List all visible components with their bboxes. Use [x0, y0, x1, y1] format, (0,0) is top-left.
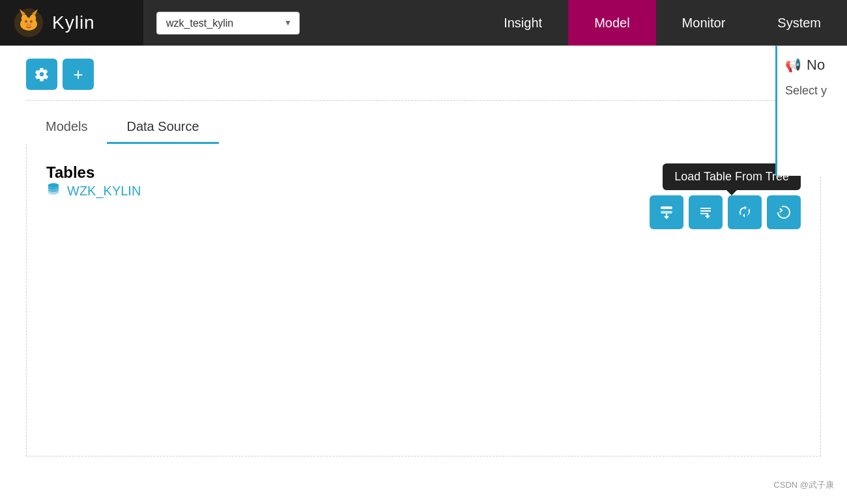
svg-point-4: [25, 20, 27, 23]
kylin-logo: [13, 7, 44, 38]
svg-rect-13: [661, 211, 672, 214]
svg-point-5: [30, 20, 33, 23]
project-select[interactable]: wzk_test_kylin: [156, 12, 300, 35]
sync-button[interactable]: [728, 195, 762, 229]
load-db-button[interactable]: [650, 195, 683, 229]
action-btn-row: [650, 195, 801, 229]
nav-link-system[interactable]: System: [751, 0, 847, 46]
brand-name: Kylin: [52, 12, 95, 33]
section-divider: [26, 100, 821, 101]
nav-link-insight[interactable]: Insight: [478, 0, 568, 46]
content-area: Tables WZK_KYLIN Load Table From Tree: [26, 144, 821, 456]
reload-button[interactable]: [767, 195, 801, 229]
download-file-icon: [698, 204, 713, 220]
reload-icon: [776, 204, 792, 220]
megaphone-icon: 📢: [785, 57, 801, 73]
svg-rect-12: [661, 206, 672, 209]
nav-link-monitor[interactable]: Monitor: [656, 0, 752, 46]
right-panel-header: 📢 No: [785, 57, 839, 74]
sync-icon: [737, 204, 753, 220]
plus-icon: +: [73, 64, 83, 85]
right-panel: 📢 No Select y: [775, 46, 847, 176]
toolbar: +: [26, 59, 821, 90]
brand: Kylin: [0, 0, 143, 46]
svg-point-6: [26, 23, 31, 27]
nav-links: Insight Model Monitor System: [478, 0, 847, 46]
navbar: Kylin wzk_test_kylin ▼ Insight Model Mon…: [0, 0, 847, 46]
right-panel-title: No: [807, 57, 825, 74]
download-db-icon: [659, 204, 674, 220]
table-name: WZK_KYLIN: [67, 184, 141, 199]
main-content: + Models Data Source Tables WZK_KYLIN Lo…: [0, 46, 847, 469]
right-panel-text: Select y: [785, 84, 839, 98]
tab-models[interactable]: Models: [26, 111, 107, 144]
gear-icon: [35, 67, 49, 81]
load-file-button[interactable]: [689, 195, 723, 229]
tab-bar: Models Data Source: [26, 111, 821, 144]
project-selector[interactable]: wzk_test_kylin ▼: [156, 12, 300, 35]
add-button[interactable]: +: [63, 59, 94, 90]
database-icon: [46, 182, 61, 200]
gear-button[interactable]: [26, 59, 57, 90]
tab-data-source[interactable]: Data Source: [107, 111, 218, 144]
nav-link-model[interactable]: Model: [568, 0, 655, 46]
